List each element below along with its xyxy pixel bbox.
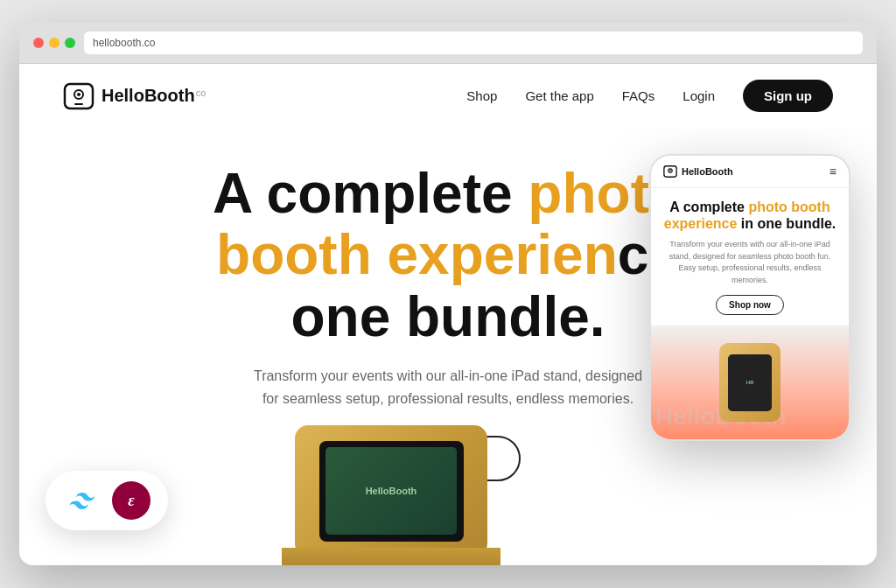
tailwind-icon (63, 481, 102, 520)
elementor-icon: ε (112, 481, 150, 520)
mobile-content: A complete photo booth experience in one… (651, 188, 849, 326)
address-bar[interactable]: hellobooth.co (84, 32, 863, 54)
logo-icon (63, 80, 94, 112)
mini-screen-text: HB (746, 380, 753, 385)
product-stand: HelloBooth (269, 408, 514, 565)
hero-title-part3: one bundle. (290, 285, 605, 348)
maximize-button[interactable] (65, 38, 75, 48)
stand-base (282, 548, 500, 565)
logo-text: HelloBoothco (102, 86, 206, 106)
mobile-logo-text: HelloBooth (682, 166, 733, 177)
nav-faqs[interactable]: FAQs (622, 88, 655, 103)
svg-point-2 (77, 93, 80, 96)
browser-window: hellobooth.co HelloBoothco Shop Get the … (19, 23, 877, 565)
signup-button[interactable]: Sign up (743, 80, 833, 112)
mobile-header: HelloBooth ≡ (651, 156, 849, 188)
minimize-button[interactable] (49, 38, 60, 48)
mobile-logo-icon (663, 164, 677, 178)
svg-point-6 (669, 170, 671, 172)
screen-logo: HelloBooth (366, 486, 417, 496)
window-controls (33, 38, 75, 48)
hero-description: Transform your events with our all-in-on… (251, 365, 645, 410)
site-header: HelloBoothco Shop Get the app FAQs Login… (19, 64, 877, 128)
mobile-title: A complete photo booth experience in one… (663, 199, 836, 232)
main-nav: Shop Get the app FAQs Login Sign up (466, 80, 833, 112)
mobile-menu-icon: ≡ (830, 164, 836, 178)
hero-section: A complete photo booth experience one bu… (19, 128, 877, 565)
mini-stand: HB (719, 343, 780, 422)
mobile-product-image: HelloBooth HB (651, 326, 849, 439)
logo[interactable]: HelloBoothco (63, 80, 206, 112)
nav-get-app[interactable]: Get the app (525, 88, 593, 103)
tech-badges: ε (46, 471, 168, 530)
hero-title-part2: booth experien (216, 223, 618, 286)
elementor-letter: ε (128, 492, 134, 510)
mobile-description: Transform your events with our all-in-on… (663, 239, 836, 286)
shop-now-button[interactable]: Shop now (375, 436, 520, 481)
mobile-shop-button[interactable]: Shop now (716, 295, 784, 315)
url-text: hellobooth.co (93, 37, 155, 49)
nav-login[interactable]: Login (682, 88, 715, 103)
site-content: HelloBoothco Shop Get the app FAQs Login… (19, 64, 877, 565)
mini-screen: HB (728, 354, 772, 411)
close-button[interactable] (33, 38, 44, 48)
nav-shop[interactable]: Shop (466, 88, 497, 103)
hero-title-part1: A complete (213, 162, 528, 225)
svg-rect-3 (74, 103, 83, 105)
hero-product: HelloBooth (159, 408, 623, 565)
mobile-logo: HelloBooth (663, 164, 733, 178)
mobile-mockup: HelloBooth ≡ A complete photo booth expe… (649, 154, 850, 441)
browser-chrome: hellobooth.co (19, 23, 877, 64)
mini-stand-body: HB (719, 343, 780, 422)
